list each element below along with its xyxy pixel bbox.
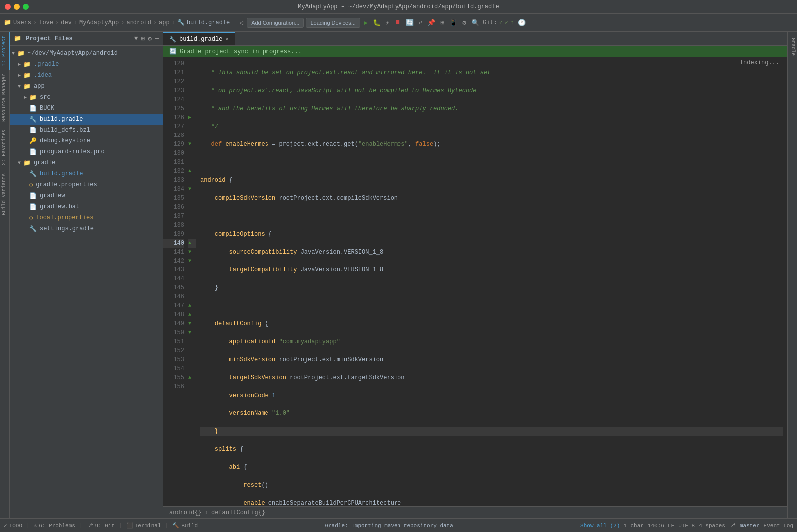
stop-icon[interactable]: ⏹ [393, 18, 402, 27]
maximize-button[interactable] [23, 4, 29, 10]
breadcrumb-users[interactable]: Users [13, 19, 31, 26]
tree-item-buck[interactable]: ▶ 📄 BUCK [10, 103, 163, 114]
tree-item-proguard[interactable]: ▶ 📄 proguard-rules.pro [10, 146, 163, 157]
nav-back-icon[interactable]: ◁ [238, 18, 245, 28]
code-line-141: splits { [200, 445, 783, 454]
bottom-android[interactable]: android{} [169, 509, 202, 516]
tree-item-gradlew-bat[interactable]: ▶ 📄 gradlew.bat [10, 201, 163, 212]
minimize-button[interactable] [14, 4, 20, 10]
run-controls: ▶ 🐛 ⚡ ⏹ 🔄 ↩ 📌 ⊞ 📱 ⚙ 🔍 [362, 18, 481, 28]
tree-dropdown-icon[interactable]: ▼ [134, 35, 138, 42]
breadcrumb-love[interactable]: love [39, 19, 53, 26]
tree-root[interactable]: ▼ 📁 ~/dev/MyAdaptyApp/android [10, 48, 163, 59]
build-defs-label: build_defs.bzl [40, 127, 90, 133]
problems-icon: ⚠ [34, 522, 37, 529]
build-gradle-root-icon: 🔧 [29, 170, 37, 178]
undo-icon[interactable]: ↩ [417, 18, 424, 28]
status-problems[interactable]: ⚠ 6: Problems [34, 522, 75, 529]
tree-minimize-icon[interactable]: — [155, 35, 159, 42]
sidebar-tab-project[interactable]: 1: Project [0, 32, 10, 70]
bottom-sep: › [205, 509, 208, 516]
status-build[interactable]: 🔨 Build [172, 522, 198, 529]
tab-close-icon[interactable]: × [225, 36, 229, 42]
vcs-icon[interactable]: 📌 [426, 18, 437, 28]
gradle-props-icon: ⚙ [29, 181, 33, 189]
tree-item-gradle-hidden[interactable]: ▶ 📁 .gradle [10, 59, 163, 70]
tab-label: build.gradle [179, 36, 222, 43]
code-line-124: def enableHermes = project.ext.react.get… [200, 140, 783, 149]
sidebar-tab-gradle[interactable]: Gradle [787, 34, 797, 60]
git-check-icon[interactable]: ✓ [499, 19, 503, 26]
tree-item-idea[interactable]: ▶ 📁 .idea [10, 70, 163, 81]
traffic-lights [5, 4, 29, 10]
breadcrumb-android[interactable]: android [126, 19, 151, 26]
code-content[interactable]: * This should be set on project.ext.reac… [196, 57, 787, 506]
status-terminal[interactable]: ⬛ Terminal [126, 522, 161, 529]
show-all-label[interactable]: Show all (2) [580, 523, 620, 529]
search-icon[interactable]: 🔍 [470, 18, 481, 28]
bottom-default-config[interactable]: defaultConfig{} [211, 509, 265, 516]
sidebar-tab-build-variants[interactable]: Build Variants [0, 169, 10, 219]
branch-name[interactable]: master [740, 523, 760, 529]
build-label: Build [181, 523, 198, 529]
project-tree-title: Project Files [26, 35, 132, 42]
close-button[interactable] [5, 4, 11, 10]
tree-item-gradlew[interactable]: ▶ 📄 gradlew [10, 190, 163, 201]
encoding[interactable]: UTF-8 [678, 523, 695, 529]
gradlew-bat-label: gradlew.bat [40, 203, 79, 210]
tree-item-build-defs[interactable]: ▶ 📄 build_defs.bzl [10, 125, 163, 135]
app-arrow: ▼ [18, 84, 21, 89]
code-line-138: versionCode 1 [200, 391, 783, 400]
tab-build-gradle[interactable]: 🔧 build.gradle × [163, 32, 235, 45]
sidebar-tab-resource[interactable]: Resource Manager [0, 70, 10, 126]
tree-item-build-gradle[interactable]: ▶ 🔧 build.gradle [10, 114, 163, 125]
tree-collapse-icon[interactable]: ⊞ [141, 35, 145, 43]
breadcrumb-app2[interactable]: app [159, 19, 170, 26]
code-line-140: } [200, 427, 783, 436]
event-log[interactable]: Event Log [764, 523, 793, 529]
tree-item-gradle-folder[interactable]: ▼ 📁 gradle [10, 157, 163, 168]
indent[interactable]: 4 spaces [699, 523, 725, 529]
src-icon: 📁 [29, 94, 37, 101]
layout-icon[interactable]: ⊞ [439, 18, 446, 28]
tree-item-gradle-props[interactable]: ▶ ⚙ gradle.properties [10, 179, 163, 190]
main-layout: 1: Project Resource Manager 2: Favorites… [0, 32, 797, 518]
tree-item-settings-gradle[interactable]: ▶ 🔧 settings.gradle [10, 223, 163, 234]
more-icon[interactable]: ⚙ [461, 18, 468, 28]
line-ending[interactable]: LF [668, 523, 674, 529]
tree-settings-icon[interactable]: ⚙ [148, 35, 152, 43]
device-icon[interactable]: 📱 [448, 18, 459, 28]
code-line-122: * and the benefits of using Hermes will … [200, 104, 783, 113]
code-editor[interactable]: 120 121 122 123 124 125 126 127 128 129 … [163, 57, 787, 506]
tree-item-keystore[interactable]: ▶ 🔑 debug.keystore [10, 135, 163, 146]
tree-item-app[interactable]: ▼ 📁 app [10, 81, 163, 92]
sidebar-tab-favorites[interactable]: 2: Favorites [0, 126, 10, 169]
sync-icon[interactable]: 🔄 [404, 18, 415, 28]
add-config-button[interactable]: Add Configuration... [247, 18, 304, 28]
todo-label: TODO [9, 523, 22, 529]
loading-devices-button[interactable]: Loading Devices... [306, 18, 360, 28]
git-clock-icon[interactable]: 🕐 [516, 18, 527, 28]
tree-folder-icon: 📁 [14, 35, 21, 42]
code-line-130: sourceCompatibility JavaVersion.VERSION_… [200, 248, 783, 257]
debug-icon[interactable]: 🐛 [371, 18, 382, 28]
run-icon[interactable]: ▶ [362, 18, 369, 28]
profile-icon[interactable]: ⚡ [384, 18, 391, 28]
tree-item-src[interactable]: ▶ 📁 src [10, 92, 163, 103]
tree-item-build-gradle-root[interactable]: ▶ 🔧 build.gradle [10, 168, 163, 179]
sync-icon-bar: 🔄 [169, 48, 177, 55]
position[interactable]: 140:6 [648, 523, 664, 529]
git-arrow-icon[interactable]: ↑ [510, 19, 514, 26]
buck-label: BUCK [40, 105, 54, 112]
git-check2-icon[interactable]: ✓ [505, 19, 508, 26]
status-git[interactable]: ⎇ 9: Git [87, 522, 115, 529]
toolbar: 📁 Users › love › dev › MyAdaptyApp › and… [0, 14, 797, 32]
status-todo[interactable]: ✓ TODO [4, 522, 22, 529]
gradle-folder-icon: 📁 [23, 159, 31, 167]
breadcrumb-app[interactable]: MyAdaptyApp [79, 19, 119, 26]
breadcrumb-dev[interactable]: dev [61, 19, 72, 26]
project-tree: 📁 Project Files ▼ ⊞ ⚙ — ▼ 📁 ~/dev/MyAdap… [10, 32, 163, 518]
breadcrumb-file: 🔧 [177, 19, 185, 26]
keystore-icon: 🔑 [29, 137, 37, 145]
tree-item-local-props[interactable]: ▶ ⚙ local.properties [10, 212, 163, 223]
